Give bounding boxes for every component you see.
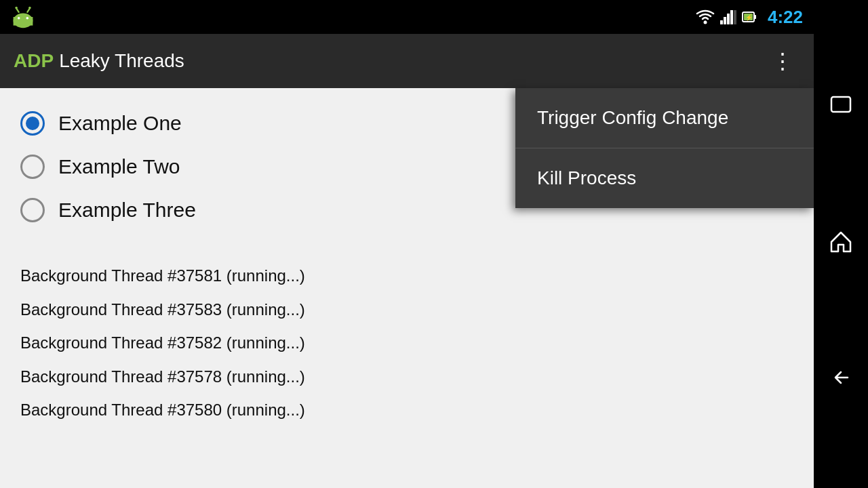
svg-rect-11 <box>727 14 730 24</box>
app-prefix: ADP <box>14 50 54 72</box>
svg-point-6 <box>15 7 18 9</box>
android-logo <box>11 5 35 29</box>
radio-label-3: Example Three <box>58 199 196 222</box>
svg-point-8 <box>703 21 707 24</box>
main-area: ⚡ 4:22 ADP Leaky Threads ⋮ Example One E… <box>0 0 814 488</box>
svg-rect-15 <box>754 15 756 19</box>
thread-item-2: Background Thread #37583 (running...) <box>20 293 793 327</box>
radio-label-1: Example One <box>58 112 182 135</box>
svg-point-3 <box>26 17 29 20</box>
home-button[interactable] <box>829 230 853 259</box>
app-bar: ADP Leaky Threads ⋮ <box>0 34 814 88</box>
thread-item-4: Background Thread #37578 (running...) <box>20 360 793 394</box>
wifi-icon <box>696 9 715 24</box>
thread-item-3: Background Thread #37582 (running...) <box>20 326 793 360</box>
radio-label-2: Example Two <box>58 155 180 178</box>
radio-circle-3 <box>20 198 45 222</box>
svg-rect-10 <box>724 17 726 24</box>
thread-list: Background Thread #37581 (running...) Ba… <box>0 252 814 434</box>
nav-bar <box>814 0 868 488</box>
app-title: ADP Leaky Threads <box>14 50 766 72</box>
svg-point-2 <box>18 17 20 20</box>
overflow-menu-button[interactable]: ⋮ <box>766 45 800 77</box>
battery-icon: ⚡ <box>742 9 757 24</box>
thread-item-1: Background Thread #37581 (running...) <box>20 259 793 293</box>
svg-rect-13 <box>734 10 736 24</box>
thread-item-5: Background Thread #37580 (running...) <box>20 393 793 427</box>
svg-rect-9 <box>720 20 723 24</box>
status-time: 4:22 <box>768 7 803 28</box>
menu-item-trigger-config[interactable]: Trigger Config Change <box>515 88 814 148</box>
menu-item-kill-process[interactable]: Kill Process <box>515 148 814 208</box>
svg-point-7 <box>28 7 31 9</box>
svg-rect-1 <box>14 17 33 26</box>
back-button[interactable] <box>829 365 853 394</box>
svg-text:⚡: ⚡ <box>745 14 753 22</box>
radio-circle-2 <box>20 155 45 179</box>
svg-rect-18 <box>831 97 850 112</box>
status-icons: ⚡ 4:22 <box>696 7 803 28</box>
signal-icon <box>720 9 736 24</box>
status-bar: ⚡ 4:22 <box>0 0 814 34</box>
radio-circle-1 <box>20 111 45 136</box>
dropdown-menu: Trigger Config Change Kill Process <box>515 88 814 208</box>
recent-apps-button[interactable] <box>829 94 853 123</box>
svg-rect-12 <box>730 10 733 24</box>
radio-inner-1 <box>26 117 39 130</box>
app-title-text: Leaky Threads <box>59 50 184 72</box>
